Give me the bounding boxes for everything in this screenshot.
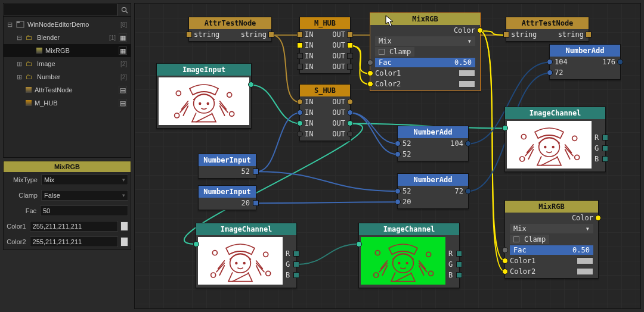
- port-in[interactable]: [297, 53, 303, 59]
- port-out[interactable]: [586, 32, 592, 38]
- tree-row[interactable]: M_HUB▤: [4, 96, 131, 110]
- node-imagechannel[interactable]: ImageChannel R G B: [196, 223, 297, 288]
- search-input[interactable]: [4, 4, 117, 16]
- color-swatch[interactable]: [577, 268, 593, 275]
- tree-row[interactable]: MixRGB▦: [4, 44, 131, 57]
- node-mixrgb[interactable]: MixRGB Color Mix▾ Clamp Fac0.50: [504, 200, 599, 279]
- port-in[interactable]: [297, 64, 303, 70]
- property-select[interactable]: False▾: [41, 190, 128, 201]
- node-row-mixtype[interactable]: Mix▾: [370, 36, 480, 46]
- node-row-clamp[interactable]: Clamp: [370, 46, 480, 57]
- tree-action-icon[interactable]: ▤: [119, 99, 127, 107]
- expand-icon[interactable]: ⊞: [17, 73, 23, 81]
- port-out-g[interactable]: [602, 145, 608, 151]
- expand-icon[interactable]: ⊞: [17, 60, 23, 68]
- port-out-b[interactable]: [456, 272, 462, 278]
- port-out[interactable]: [347, 120, 353, 126]
- port-out-r[interactable]: [456, 251, 462, 257]
- color-swatch[interactable]: [120, 221, 128, 231]
- port-in-image[interactable]: [193, 241, 199, 247]
- tree-row[interactable]: ⊟🗀Blender[1]▦: [4, 31, 131, 44]
- port-out[interactable]: [253, 169, 259, 174]
- port-in[interactable]: [297, 99, 303, 105]
- port-in[interactable]: [547, 59, 553, 65]
- port-out[interactable]: [347, 131, 353, 137]
- node-shub[interactable]: S_HUB IN OUT IN OUT: [299, 84, 351, 141]
- node-numberadd[interactable]: NumberAdd 104 176 72: [549, 44, 621, 80]
- port-out[interactable]: [253, 200, 259, 206]
- node-row-fac[interactable]: Fac0.50: [505, 245, 598, 255]
- port-in[interactable]: [297, 42, 303, 48]
- node-imagechannel[interactable]: ImageChannel R G B: [358, 223, 460, 288]
- port-in[interactable]: [395, 141, 401, 146]
- node-imageinput[interactable]: ImageInput: [156, 63, 252, 129]
- node-mixrgb[interactable]: MixRGB Color Mix▾ Clamp Fac0.50: [370, 13, 481, 91]
- node-imagechannel[interactable]: ImageChannel R G B: [504, 107, 606, 172]
- node-attrtestnode[interactable]: AttrTestNode string string: [188, 17, 272, 42]
- port-out[interactable]: [617, 59, 623, 65]
- port-out-r[interactable]: [293, 251, 299, 257]
- port-out-color[interactable]: [477, 27, 483, 33]
- property-select[interactable]: Mix▾: [41, 174, 128, 185]
- property-input[interactable]: [30, 221, 118, 232]
- node-row-mixtype[interactable]: Mix▾: [505, 223, 598, 234]
- property-input[interactable]: [40, 205, 128, 216]
- port-in-fac[interactable]: [367, 60, 373, 65]
- color-swatch[interactable]: [459, 70, 475, 77]
- port-out[interactable]: [347, 110, 353, 116]
- tree-row[interactable]: AttrTestNode▤: [4, 83, 131, 96]
- tree-row[interactable]: ⊞🗀Number[2]: [4, 70, 131, 83]
- port-out[interactable]: [347, 53, 353, 59]
- tree-row[interactable]: ⊞🗀Image[2]: [4, 57, 131, 70]
- port-in[interactable]: [395, 199, 401, 205]
- tree-action-icon[interactable]: ▦: [119, 33, 127, 42]
- port-out-g[interactable]: [456, 261, 462, 267]
- port-out-g[interactable]: [293, 261, 299, 267]
- color-swatch[interactable]: [577, 257, 593, 264]
- port-in[interactable]: [547, 70, 553, 76]
- tree-action-icon[interactable]: ▦: [119, 46, 127, 55]
- search-icon[interactable]: [117, 4, 131, 16]
- color-swatch[interactable]: [120, 237, 128, 247]
- color-swatch[interactable]: [459, 80, 475, 88]
- node-row-fac[interactable]: Fac0.50: [370, 57, 480, 68]
- tree-action-icon[interactable]: ▤: [119, 86, 127, 94]
- port-in[interactable]: [395, 188, 401, 194]
- port-out[interactable]: [465, 188, 471, 194]
- port-out[interactable]: [347, 32, 353, 38]
- port-in-image[interactable]: [502, 125, 508, 131]
- checkbox[interactable]: [379, 49, 385, 55]
- checkbox[interactable]: [513, 236, 519, 242]
- property-input[interactable]: [30, 236, 118, 247]
- port-out[interactable]: [268, 32, 274, 38]
- port-out-color[interactable]: [595, 215, 601, 221]
- node-row-clamp[interactable]: Clamp: [505, 234, 598, 245]
- port-in-color1[interactable]: [367, 70, 373, 76]
- tree-row-root[interactable]: ⊟ WinNodeEditorDemo [8]: [4, 18, 131, 31]
- expand-icon[interactable]: ⊟: [17, 34, 23, 42]
- port-in-color1[interactable]: [502, 258, 508, 264]
- port-in-fac[interactable]: [502, 247, 508, 253]
- node-numberadd[interactable]: NumberAdd 52 104 52: [397, 126, 469, 161]
- port-out[interactable]: [347, 42, 353, 48]
- port-out[interactable]: [347, 99, 353, 105]
- port-in-color2[interactable]: [502, 269, 508, 274]
- port-in[interactable]: [297, 32, 303, 38]
- port-out-b[interactable]: [602, 156, 608, 162]
- canvas[interactable]: AttrTestNode string string M_HUB IN: [134, 3, 641, 309]
- port-out-image[interactable]: [248, 82, 254, 88]
- port-out[interactable]: [347, 64, 353, 70]
- port-in[interactable]: [395, 151, 401, 157]
- expand-icon[interactable]: ⊟: [7, 21, 13, 29]
- node-attrtestnode[interactable]: AttrTestNode string string: [506, 17, 589, 42]
- node-numberadd[interactable]: NumberAdd 52 72 20: [397, 173, 469, 209]
- node-mhub[interactable]: M_HUB IN OUT IN OUT: [299, 17, 351, 74]
- port-out-b[interactable]: [293, 272, 299, 278]
- port-in[interactable]: [297, 120, 303, 126]
- port-in-image[interactable]: [356, 241, 362, 247]
- port-out-r[interactable]: [602, 135, 608, 141]
- port-in-color2[interactable]: [367, 81, 373, 87]
- port-in[interactable]: [297, 131, 303, 137]
- port-in[interactable]: [186, 32, 192, 38]
- port-out[interactable]: [465, 141, 471, 146]
